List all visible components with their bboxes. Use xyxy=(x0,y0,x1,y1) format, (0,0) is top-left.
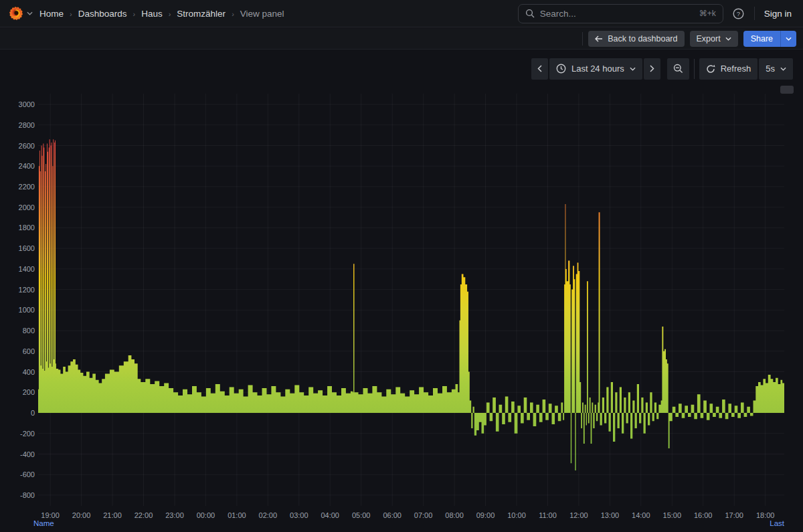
svg-text:08:00: 08:00 xyxy=(445,511,464,519)
back-to-dashboard-button[interactable]: Back to dashboard xyxy=(588,31,684,47)
timeseries-panel: 3000280026002400220020001800160014001200… xyxy=(0,83,803,532)
svg-text:800: 800 xyxy=(23,327,35,335)
divider xyxy=(694,59,695,79)
breadcrumb-separator: › xyxy=(132,9,135,18)
divider xyxy=(754,7,755,20)
breadcrumb-separator: › xyxy=(70,9,72,18)
refresh-label: Refresh xyxy=(721,64,751,74)
breadcrumb-home[interactable]: Home xyxy=(39,9,64,19)
svg-text:3000: 3000 xyxy=(19,100,35,108)
svg-text:-200: -200 xyxy=(20,430,35,438)
time-shift-back-button[interactable] xyxy=(531,58,548,80)
search-icon xyxy=(525,9,535,18)
breadcrumb-dashboards[interactable]: Dashboards xyxy=(78,9,127,19)
grafana-flame-icon xyxy=(9,6,23,21)
svg-text:09:00: 09:00 xyxy=(476,511,495,519)
panel-toolbar: Back to dashboard Export Share xyxy=(0,28,803,50)
refresh-interval-dropdown[interactable]: 5s xyxy=(759,58,793,80)
svg-text:20:00: 20:00 xyxy=(72,511,91,519)
search-placeholder: Search... xyxy=(540,9,694,19)
time-shift-forward-button[interactable] xyxy=(644,58,660,80)
back-to-dashboard-label: Back to dashboard xyxy=(608,34,677,43)
svg-text:?: ? xyxy=(737,10,740,17)
svg-text:1400: 1400 xyxy=(19,265,35,273)
svg-text:14:00: 14:00 xyxy=(632,511,650,519)
svg-text:1200: 1200 xyxy=(19,286,35,294)
svg-text:00:00: 00:00 xyxy=(197,511,215,519)
chevron-down-icon xyxy=(786,37,792,41)
share-label: Share xyxy=(751,34,773,43)
timeseries-chart[interactable]: 3000280026002400220020001800160014001200… xyxy=(0,83,803,532)
svg-text:19:00: 19:00 xyxy=(41,511,60,519)
share-options-caret[interactable] xyxy=(780,31,796,47)
svg-text:2200: 2200 xyxy=(19,183,35,191)
chevron-down-icon xyxy=(630,67,636,71)
svg-text:2000: 2000 xyxy=(19,203,35,211)
question-circle-icon: ? xyxy=(733,8,744,19)
svg-text:07:00: 07:00 xyxy=(414,511,433,519)
share-button-group: Share xyxy=(743,31,796,47)
refresh-button[interactable]: Refresh xyxy=(699,58,758,80)
time-controls: Last 24 hours Refresh xyxy=(0,50,803,83)
svg-text:17:00: 17:00 xyxy=(725,511,743,519)
svg-text:03:00: 03:00 xyxy=(290,511,308,519)
time-range-picker[interactable]: Last 24 hours xyxy=(549,58,642,80)
svg-text:18:00: 18:00 xyxy=(756,511,775,519)
legend-last-header[interactable]: Last xyxy=(770,519,784,527)
grafana-app: Home › Dashboards › Haus › Stromzähler ›… xyxy=(0,0,803,532)
help-icon[interactable]: ? xyxy=(730,5,747,22)
arrow-left-icon xyxy=(595,35,603,42)
clock-icon xyxy=(556,64,566,74)
breadcrumb-haus[interactable]: Haus xyxy=(141,9,163,19)
svg-text:23:00: 23:00 xyxy=(165,511,184,519)
svg-text:-400: -400 xyxy=(20,450,35,458)
svg-text:12:00: 12:00 xyxy=(569,511,588,519)
search-input[interactable]: Search... ⌘+k xyxy=(518,4,723,23)
top-nav: Home › Dashboards › Haus › Stromzähler ›… xyxy=(0,0,803,27)
scrollbar-thumb[interactable] xyxy=(780,86,794,94)
svg-text:22:00: 22:00 xyxy=(135,511,153,519)
svg-text:1000: 1000 xyxy=(19,306,35,314)
svg-text:02:00: 02:00 xyxy=(259,511,278,519)
legend-name-header[interactable]: Name xyxy=(33,519,54,527)
svg-text:10:00: 10:00 xyxy=(507,511,526,519)
zoom-out-button[interactable] xyxy=(667,58,689,80)
divider xyxy=(582,32,583,46)
search-shortcut: ⌘+k xyxy=(699,9,716,18)
grafana-logo[interactable] xyxy=(9,6,33,21)
svg-text:04:00: 04:00 xyxy=(321,511,339,519)
svg-text:2800: 2800 xyxy=(19,121,35,129)
svg-text:06:00: 06:00 xyxy=(383,511,402,519)
svg-text:1600: 1600 xyxy=(19,244,35,252)
svg-text:-600: -600 xyxy=(20,470,35,478)
chevron-left-icon xyxy=(537,65,542,72)
sign-in-button[interactable]: Sign in xyxy=(762,9,794,19)
grid-lines xyxy=(38,94,784,506)
breadcrumb-stromzaehler[interactable]: Stromzähler xyxy=(177,9,226,19)
zoom-out-icon xyxy=(673,64,683,74)
svg-text:200: 200 xyxy=(23,388,35,396)
export-label: Export xyxy=(697,34,721,43)
svg-text:13:00: 13:00 xyxy=(601,511,620,519)
svg-text:400: 400 xyxy=(23,368,35,376)
chevron-down-icon xyxy=(725,37,731,41)
svg-text:-800: -800 xyxy=(20,491,35,499)
nav-left: Home › Dashboards › Haus › Stromzähler ›… xyxy=(9,6,284,21)
svg-text:16:00: 16:00 xyxy=(694,511,713,519)
chevron-down-icon xyxy=(780,67,786,71)
chevron-down-icon xyxy=(27,11,33,15)
svg-text:21:00: 21:00 xyxy=(103,511,122,519)
refresh-interval-label: 5s xyxy=(766,64,775,74)
chevron-right-icon xyxy=(650,65,654,72)
svg-text:1800: 1800 xyxy=(19,224,35,232)
breadcrumb-separator: › xyxy=(232,9,234,18)
breadcrumb-view-panel: View panel xyxy=(240,9,284,19)
breadcrumb-separator: › xyxy=(169,9,171,18)
svg-text:15:00: 15:00 xyxy=(663,511,682,519)
export-button[interactable]: Export xyxy=(690,31,738,47)
svg-text:05:00: 05:00 xyxy=(352,511,371,519)
svg-text:11:00: 11:00 xyxy=(539,511,557,519)
share-button[interactable]: Share xyxy=(743,31,780,47)
svg-text:2600: 2600 xyxy=(19,142,35,150)
time-range-label: Last 24 hours xyxy=(571,64,624,74)
